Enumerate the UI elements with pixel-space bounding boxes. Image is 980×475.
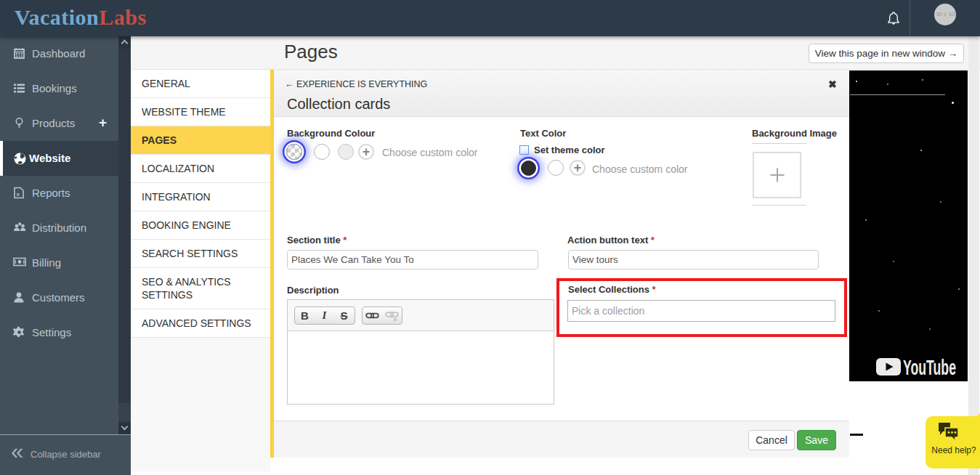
svg-text:YouTube: YouTube <box>903 357 956 377</box>
svg-text:x: x <box>17 191 20 198</box>
